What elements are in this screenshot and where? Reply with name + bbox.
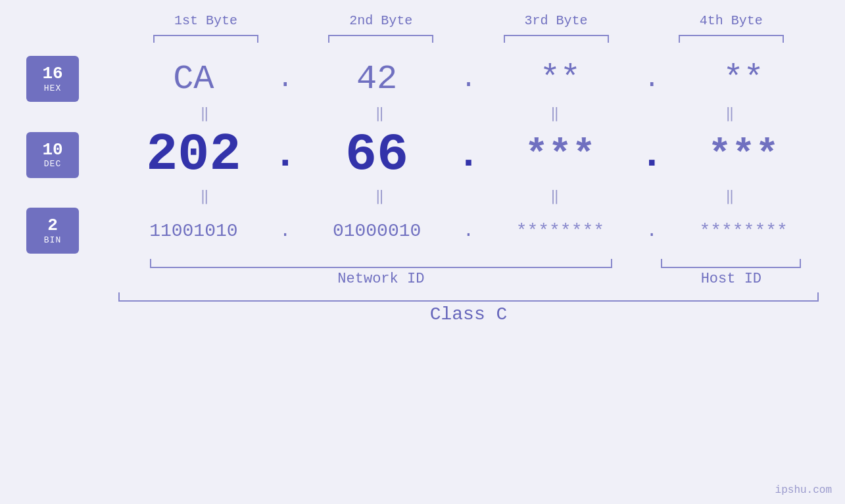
byte-header-4: 4th Byte [644, 13, 819, 28]
bin-base-num: 2 [47, 216, 58, 235]
equals-2-b4: ‖ [644, 187, 819, 205]
bin-label-container: 2 BIN [26, 208, 118, 254]
bin-row-label: 2 BIN [26, 208, 79, 254]
bracket-top-4 [679, 35, 784, 43]
dec-base-text: DEC [44, 159, 61, 169]
bin-b2: 01000010 [302, 221, 452, 241]
equals-2-b2: ‖ [293, 187, 468, 205]
hex-base-num: 16 [42, 64, 62, 83]
hex-row: 16 HEX CA . 42 . ** . ** [26, 56, 819, 102]
equals-1-b4: ‖ [644, 104, 819, 122]
byte-header-1: 1st Byte [118, 13, 293, 28]
main-container: 1st Byte 2nd Byte 3rd Byte 4th Byte 16 H… [0, 0, 845, 504]
byte-header-2: 2nd Byte [293, 13, 468, 28]
watermark: ipshu.com [775, 484, 832, 496]
dec-b2: 66 [302, 125, 452, 185]
dec-row-label: 10 DEC [26, 132, 79, 178]
bin-base-text: BIN [44, 235, 61, 245]
host-bracket [661, 259, 801, 268]
byte-headers: 1st Byte 2nd Byte 3rd Byte 4th Byte [26, 13, 819, 28]
bin-dot-2: . [452, 221, 485, 241]
bin-b1: 11001010 [118, 221, 269, 241]
dec-row: 10 DEC 202 . 66 . *** . *** [26, 125, 819, 185]
equals-1-b1: ‖ [118, 104, 293, 122]
dec-dot-2: . [452, 133, 485, 177]
top-brackets [26, 35, 819, 43]
dec-label-container: 10 DEC [26, 132, 118, 178]
bin-b3: ******** [485, 221, 636, 241]
bin-values: 11001010 . 01000010 . ******** . *******… [118, 221, 819, 241]
hex-label-container: 16 HEX [26, 56, 118, 102]
bracket-top-3 [504, 35, 609, 43]
network-bracket [150, 259, 612, 268]
hex-b2: 42 [302, 60, 452, 99]
class-c-label: Class C [118, 304, 819, 325]
id-labels: Network ID Host ID [118, 271, 819, 287]
dec-values: 202 . 66 . *** . *** [118, 125, 819, 185]
hex-dot-1: . [269, 64, 302, 94]
hex-b1: CA [118, 60, 269, 99]
equals-row-1: ‖ ‖ ‖ ‖ [26, 104, 819, 122]
dec-b1: 202 [118, 125, 269, 185]
equals-2-b3: ‖ [469, 187, 644, 205]
hex-row-label: 16 HEX [26, 56, 79, 102]
byte-header-3: 3rd Byte [469, 13, 644, 28]
hex-dot-3: . [635, 64, 668, 94]
bottom-bracket-section: Network ID Host ID Class C [26, 259, 819, 325]
equals-row-2: ‖ ‖ ‖ ‖ [26, 187, 819, 205]
hex-b3: ** [485, 60, 636, 99]
host-id-label: Host ID [644, 271, 819, 287]
dec-base-num: 10 [42, 141, 62, 160]
bin-row: 2 BIN 11001010 . 01000010 . ******** . *… [26, 208, 819, 254]
hex-dot-2: . [452, 64, 485, 94]
network-id-label: Network ID [118, 271, 644, 287]
equals-2-b1: ‖ [118, 187, 293, 205]
hex-b4: ** [668, 60, 819, 99]
equals-1-b2: ‖ [293, 104, 468, 122]
bracket-top-1 [153, 35, 258, 43]
dec-dot-1: . [269, 133, 302, 177]
hex-base-text: HEX [44, 83, 61, 93]
full-bracket [118, 292, 819, 302]
equals-1-b3: ‖ [469, 104, 644, 122]
bin-b4: ******** [668, 221, 819, 241]
bin-dot-1: . [269, 221, 302, 241]
dec-b3: *** [485, 133, 636, 177]
dec-b4: *** [668, 133, 819, 177]
hex-values: CA . 42 . ** . ** [118, 60, 819, 99]
bin-dot-3: . [635, 221, 668, 241]
dec-dot-3: . [635, 133, 668, 177]
bracket-top-2 [328, 35, 433, 43]
